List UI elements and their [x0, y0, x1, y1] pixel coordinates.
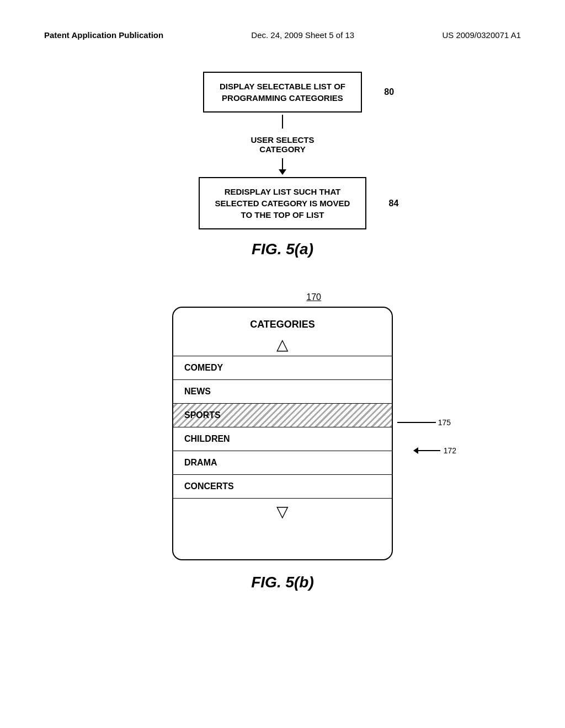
fig5b-caption: FIG. 5(b): [251, 574, 314, 591]
up-arrow-icon: △: [276, 337, 289, 352]
publication-date-sheet: Dec. 24, 2009 Sheet 5 of 13: [251, 30, 354, 40]
diagram-number-170: 170: [306, 292, 321, 302]
category-item: CONCERTS: [173, 475, 392, 499]
fig5b-section: 170 CATEGORIES △ COMEDYNEWSSPORTSCHILDRE…: [0, 292, 565, 591]
down-arrow-icon: ▽: [276, 504, 289, 520]
flowchart: DISPLAY SELECTABLE LIST OFPROGRAMMING CA…: [199, 72, 367, 229]
category-item: CHILDREN: [173, 427, 392, 451]
category-item: NEWS: [173, 380, 392, 404]
flow-box-84: REDISPLAY LIST SUCH THATSELECTED CATEGOR…: [199, 177, 367, 229]
publication-number: US 2009/0320071 A1: [442, 30, 521, 40]
category-item: DRAMA: [173, 451, 392, 475]
flow-box-80-text: DISPLAY SELECTABLE LIST OFPROGRAMMING CA…: [220, 82, 345, 103]
label-172-container: 172: [413, 446, 456, 455]
left-arrow-icon: [413, 447, 418, 454]
flow-label-84: 84: [389, 197, 399, 209]
category-list: COMEDYNEWSSPORTSCHILDRENDRAMACONCERTS: [173, 356, 392, 499]
category-item: SPORTS: [173, 404, 392, 427]
flow-box-80: DISPLAY SELECTABLE LIST OFPROGRAMMING CA…: [203, 72, 362, 113]
label-175: 175: [438, 418, 451, 427]
label-172: 172: [444, 446, 456, 455]
flow-label-80: 80: [384, 86, 394, 98]
screen-title: CATEGORIES: [250, 319, 315, 330]
fig5a-section: DISPLAY SELECTABLE LIST OFPROGRAMMING CA…: [0, 72, 565, 258]
label-175-line: [397, 422, 436, 423]
screen-wrapper: CATEGORIES △ COMEDYNEWSSPORTSCHILDRENDRA…: [172, 307, 393, 560]
header: Patent Application Publication Dec. 24, …: [0, 30, 565, 40]
label-175-container: 175: [397, 418, 451, 427]
fig5a-caption: FIG. 5(a): [252, 240, 313, 258]
publication-title: Patent Application Publication: [44, 30, 163, 40]
label-172-line: [418, 450, 440, 451]
flow-box-84-text: REDISPLAY LIST SUCH THATSELECTED CATEGOR…: [215, 187, 350, 220]
user-selects-category-text: USER SELECTSCATEGORY: [250, 131, 314, 158]
ui-screen: CATEGORIES △ COMEDYNEWSSPORTSCHILDRENDRA…: [172, 307, 393, 560]
category-item: COMEDY: [173, 356, 392, 380]
